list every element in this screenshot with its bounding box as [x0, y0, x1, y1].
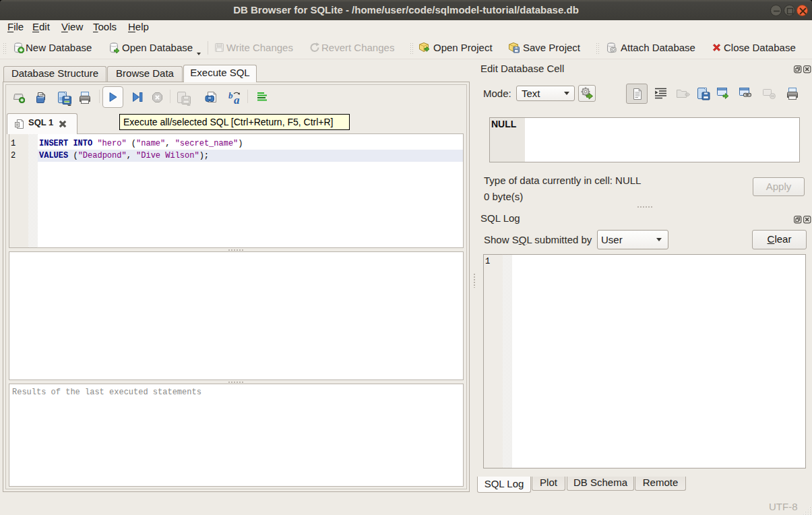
svg-text:b: b	[228, 90, 233, 100]
svg-text:a: a	[234, 94, 240, 105]
